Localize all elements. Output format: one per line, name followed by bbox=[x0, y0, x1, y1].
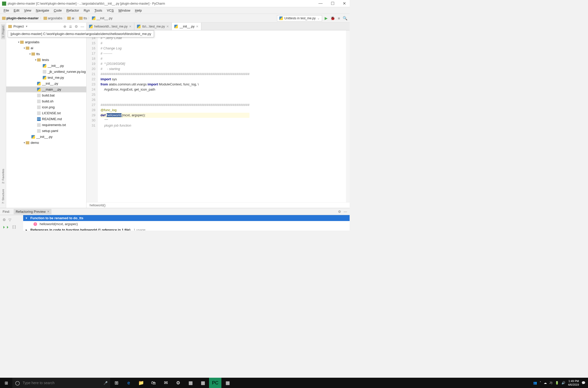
debug-button[interactable]: 🐞 bbox=[330, 16, 335, 21]
tree-item-tts[interactable]: ▾tts bbox=[6, 51, 86, 57]
search-everywhere-icon[interactable]: 🔍 bbox=[343, 16, 348, 21]
py-icon bbox=[37, 88, 41, 91]
stop-button[interactable]: ■ bbox=[338, 16, 340, 20]
breadcrumb-__init__.py[interactable]: __init__.py bbox=[92, 16, 113, 20]
hide-icon[interactable]: — bbox=[344, 210, 347, 214]
gear-icon[interactable]: ⚙ bbox=[75, 24, 78, 29]
menu-window[interactable]: Window bbox=[116, 8, 132, 13]
breadcrumb-ai[interactable]: ai bbox=[67, 16, 74, 20]
menu-vcs[interactable]: VCS bbox=[105, 8, 116, 13]
breadcrumb-tts[interactable]: tts bbox=[79, 16, 87, 20]
menu-tools[interactable]: Tools bbox=[92, 8, 104, 13]
project-title: Project bbox=[13, 24, 24, 28]
close-icon[interactable]: ✕ bbox=[196, 25, 198, 28]
menu-run[interactable]: Run bbox=[82, 8, 92, 13]
autoscroll-icon[interactable]: ⟦⟧ bbox=[12, 225, 16, 229]
refactor-occurrence[interactable]: f helloworld(mcxt, argspec) bbox=[23, 221, 350, 227]
txt-icon bbox=[37, 94, 41, 97]
file-path-tooltip: [plugin-demo-master] C:\work\plugin-demo… bbox=[8, 30, 154, 37]
txt-icon bbox=[37, 111, 41, 115]
maximize-button[interactable]: ☐ bbox=[329, 1, 336, 6]
dir-icon bbox=[26, 47, 29, 50]
tree-item-LICENSE.txt[interactable]: LICENSE.txt bbox=[6, 110, 86, 116]
sidebar-tab-project[interactable]: 1: Project bbox=[1, 24, 5, 39]
hide-icon[interactable]: — bbox=[81, 24, 84, 29]
py-icon bbox=[43, 76, 46, 80]
editor-tab[interactable]: helloworld\...\test_me.py✕ bbox=[87, 23, 134, 30]
py-icon bbox=[37, 82, 41, 85]
menu-navigate[interactable]: Navigate bbox=[34, 8, 51, 13]
run-config-dropdown[interactable]: Unittests in test_me.py ⌄ bbox=[277, 15, 322, 21]
project-header: Project ▼ ⊕ ⇊ ⚙ — bbox=[6, 23, 86, 30]
refactoring-preview-panel: ⚙▽ ⏵⏵⟦⟧ 📌▦ ←⊞ ⊟▦ »» ▾ Function to be ren… bbox=[0, 215, 350, 231]
menu-help[interactable]: Help bbox=[133, 8, 144, 13]
window-controls: — ☐ ✕ bbox=[317, 1, 348, 6]
close-button[interactable]: ✕ bbox=[341, 1, 348, 6]
tree-item-requirements.txt[interactable]: requirements.txt bbox=[6, 122, 86, 128]
tree-item-__init__.py[interactable]: __init__.py bbox=[6, 134, 86, 140]
refactor-refs-count: 1 usage bbox=[134, 228, 145, 231]
tree-item-README.md[interactable]: MDREADME.md bbox=[6, 116, 86, 122]
project-tree[interactable]: ▾argoslabs▾ai▾tts▾tests__init__.py_jb_un… bbox=[6, 30, 86, 208]
folder-icon bbox=[2, 17, 6, 20]
find-toolwindow-header: Find: Refactoring Preview ✕ ⚙ — bbox=[0, 208, 350, 215]
gear-icon[interactable]: ⚙ bbox=[338, 210, 341, 214]
txt-icon bbox=[37, 123, 41, 127]
navigation-bar: plugin-demo-master〉argoslabs〉ai〉tts〉__in… bbox=[0, 14, 350, 23]
project-view-dropdown[interactable]: ▼ bbox=[25, 25, 28, 28]
close-icon[interactable]: ✕ bbox=[129, 25, 132, 28]
run-button[interactable]: ▶ bbox=[325, 16, 328, 21]
editor-tab[interactable]: tts\...\test_me.py✕ bbox=[134, 23, 172, 30]
menu-refactor[interactable]: Refactor bbox=[64, 8, 81, 13]
dir-icon bbox=[20, 41, 24, 44]
close-icon[interactable]: ✕ bbox=[47, 210, 49, 213]
close-icon[interactable]: ✕ bbox=[166, 25, 169, 28]
filter-icon[interactable]: ▽ bbox=[8, 218, 11, 222]
tree-item-ai[interactable]: ▾ai bbox=[6, 45, 86, 51]
minimize-button[interactable]: — bbox=[317, 1, 324, 6]
find-label: Find: bbox=[3, 210, 10, 214]
py-icon bbox=[43, 64, 46, 68]
python-icon bbox=[174, 25, 178, 28]
code-area[interactable]: 13141516171819202122232425262728293031 #… bbox=[87, 30, 350, 202]
refactor-tool-buttons: ⚙▽ ⏵⏵⟦⟧ 📌▦ ←⊞ ⊟▦ »» bbox=[0, 215, 23, 231]
tree-item-build.bat[interactable]: build.bat bbox=[6, 92, 86, 98]
tree-item-__init__.py[interactable]: __init__.py bbox=[6, 81, 86, 86]
collapse-icon[interactable]: ⇊ bbox=[69, 24, 72, 29]
breadcrumb-argoslabs[interactable]: argoslabs bbox=[44, 16, 62, 20]
tree-item-__init__.py[interactable]: __init__.py bbox=[6, 63, 86, 69]
tree-item-test_me.py[interactable]: test_me.py bbox=[6, 75, 86, 81]
menu-edit[interactable]: Edit bbox=[12, 8, 21, 13]
tree-item-argoslabs[interactable]: ▾argoslabs bbox=[6, 39, 86, 45]
find-tab[interactable]: Refactoring Preview ✕ bbox=[14, 209, 51, 214]
rerun-icon[interactable]: ⏵⏵ bbox=[3, 225, 10, 229]
menu-view[interactable]: View bbox=[22, 8, 33, 13]
tree-item-_jb_unittest_runner.py.log[interactable]: _jb_unittest_runner.py.log bbox=[6, 69, 86, 75]
python-icon bbox=[89, 25, 93, 28]
python-icon bbox=[92, 16, 96, 20]
tree-item-tests[interactable]: ▾tests bbox=[6, 57, 86, 63]
dir-icon bbox=[26, 141, 29, 144]
code-content[interactable]: ## * Jerry Chae## Change Log# --------##… bbox=[98, 30, 249, 202]
tree-item-icon.png[interactable]: icon.png bbox=[6, 104, 86, 110]
sidebar-tab-structure[interactable]: 7: Structure bbox=[1, 188, 5, 205]
tree-item-setup.yaml[interactable]: setup.yaml bbox=[6, 128, 86, 134]
refactor-header-text: Function to be renamed to do_tts bbox=[30, 216, 83, 220]
locate-icon[interactable]: ⊕ bbox=[63, 24, 66, 29]
menu-code[interactable]: Code bbox=[52, 8, 64, 13]
tree-item-demo[interactable]: ▾demo bbox=[6, 140, 86, 146]
find-tab-label: Refactoring Preview bbox=[16, 210, 46, 214]
refactor-header-row[interactable]: ▾ Function to be renamed to do_tts bbox=[23, 215, 350, 221]
menu-file[interactable]: File bbox=[2, 8, 11, 13]
sidebar-tab-favorites[interactable]: 2: Favorites bbox=[1, 167, 5, 185]
editor-tab[interactable]: __init__.py✕ bbox=[172, 23, 201, 30]
editor-breadcrumb[interactable]: helloworld() bbox=[87, 202, 350, 208]
settings-icon[interactable]: ⚙ bbox=[3, 218, 6, 222]
refactor-references-row[interactable]: ▸ References in code to function hellowo… bbox=[23, 227, 350, 231]
left-gutter: 1: Project 2: Favorites 7: Structure bbox=[0, 23, 6, 208]
tree-item-build.sh[interactable]: build.sh bbox=[6, 98, 86, 104]
breadcrumb-plugin-demo-master[interactable]: plugin-demo-master bbox=[2, 16, 39, 20]
refactor-results: ▾ Function to be renamed to do_tts f hel… bbox=[23, 215, 350, 231]
refactor-occurrence-text: helloworld(mcxt, argspec) bbox=[40, 222, 78, 226]
tree-item-__main__.py[interactable]: __main__.py bbox=[6, 86, 86, 92]
